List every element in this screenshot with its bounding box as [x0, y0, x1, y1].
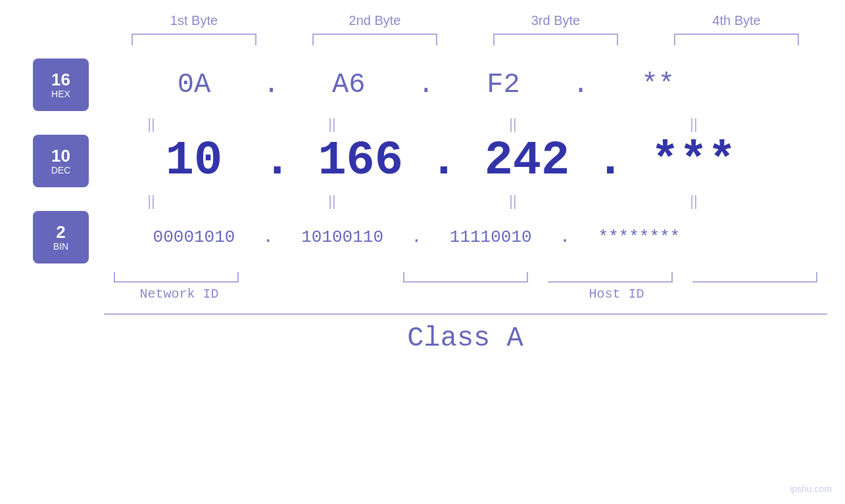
- top-brackets-row: [104, 34, 827, 45]
- dec-val-4: ***: [628, 134, 760, 188]
- eq1-4: ||: [628, 116, 760, 133]
- eq2-2: ||: [266, 193, 398, 210]
- hex-badge-label: HEX: [51, 89, 70, 99]
- eq1-3: ||: [447, 116, 579, 133]
- hex-badge-number: 16: [51, 70, 70, 89]
- hex-dot-3: .: [572, 69, 589, 101]
- footer: ipshu.com: [790, 484, 832, 494]
- spacer2: [268, 286, 393, 302]
- host-id-label: Host ID: [420, 286, 814, 302]
- host-bottom-bracket-2: [548, 272, 673, 283]
- dec-val-3: 242: [461, 134, 592, 188]
- hex-values-row: 0A . A6 . F2 . **: [128, 69, 845, 101]
- eq2-4: ||: [628, 193, 760, 210]
- bin-row: 2 BIN 00001010 . 10100110 . 11110010 . *…: [0, 211, 845, 263]
- equals-row-1: || || || ||: [61, 116, 785, 133]
- network-bottom-bracket: [114, 272, 239, 283]
- byte-label-2: 2nd Byte: [309, 13, 441, 28]
- host-bottom-bracket-3: [692, 272, 817, 283]
- eq1-2: ||: [266, 116, 398, 133]
- id-labels-row: Network ID Host ID: [104, 286, 827, 302]
- bin-val-4: ********: [573, 227, 705, 247]
- hex-row: 16 HEX 0A . A6 . F2 . **: [0, 58, 845, 111]
- top-bracket-4: [674, 34, 799, 45]
- equals-row-2: || || || ||: [61, 193, 785, 210]
- dec-values-row: 10 . 166 . 242 . ***: [128, 134, 845, 188]
- hex-dot-1: .: [263, 69, 279, 101]
- host-bottom-bracket-1: [403, 272, 528, 283]
- byte-label-4: 4th Byte: [671, 13, 802, 28]
- class-label: Class A: [104, 323, 827, 354]
- byte-label-1: 1st Byte: [128, 13, 260, 28]
- dec-badge-label: DEC: [51, 165, 71, 175]
- bottom-brackets-section: Network ID Host ID: [104, 272, 827, 302]
- top-bracket-1: [132, 34, 256, 45]
- bin-values-row: 00001010 . 10100110 . 11110010 . *******…: [128, 227, 845, 247]
- dec-val-1: 10: [128, 134, 260, 188]
- bin-badge-label: BIN: [53, 241, 68, 252]
- bin-val-2: 10100110: [277, 227, 408, 247]
- hex-badge: 16 HEX: [33, 58, 89, 111]
- top-bracket-2: [312, 34, 437, 45]
- eq2-3: ||: [447, 193, 579, 210]
- eq1-1: ||: [85, 116, 217, 133]
- hex-val-3: F2: [437, 69, 569, 101]
- dec-badge-number: 10: [51, 147, 70, 166]
- bin-dot-1: .: [263, 227, 274, 247]
- bin-val-1: 00001010: [128, 227, 260, 247]
- hex-dot-2: .: [418, 69, 434, 101]
- top-bracket-3: [493, 34, 618, 45]
- main-container: 1st Byte 2nd Byte 3rd Byte 4th Byte 16 H…: [0, 0, 845, 504]
- hex-val-4: **: [592, 69, 724, 101]
- hex-val-2: A6: [283, 69, 414, 101]
- dec-dot-2: .: [429, 134, 458, 188]
- network-id-label: Network ID: [117, 286, 242, 302]
- bin-val-3: 11110010: [425, 227, 556, 247]
- class-section: Class A: [104, 313, 827, 354]
- dec-dot-1: .: [263, 134, 291, 188]
- dec-badge: 10 DEC: [33, 135, 89, 187]
- bin-dot-2: .: [412, 227, 422, 247]
- bin-badge: 2 BIN: [33, 211, 89, 263]
- bin-badge-number: 2: [56, 223, 65, 242]
- dec-row: 10 DEC 10 . 166 . 242 . ***: [0, 134, 845, 188]
- spacer1: [258, 272, 383, 283]
- hex-val-1: 0A: [128, 69, 260, 101]
- dec-dot-3: .: [596, 134, 624, 188]
- byte-label-3: 3rd Byte: [490, 13, 621, 28]
- bottom-bracket-lines: [104, 272, 827, 283]
- byte-labels-row: 1st Byte 2nd Byte 3rd Byte 4th Byte: [104, 13, 827, 28]
- bin-dot-3: .: [560, 227, 570, 247]
- class-bracket-line: [104, 313, 827, 315]
- dec-val-2: 166: [295, 134, 426, 188]
- eq2-1: ||: [85, 193, 217, 210]
